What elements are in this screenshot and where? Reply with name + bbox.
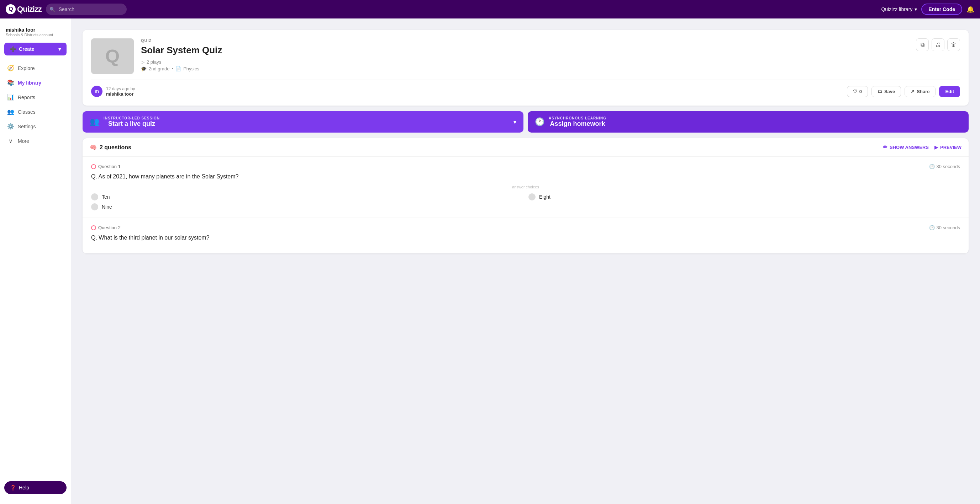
questions-count: 🧠 2 questions [90, 144, 131, 151]
question-2-header: Question 2 🕐 30 seconds [91, 225, 960, 230]
live-title: Start a live quiz [103, 120, 160, 128]
settings-icon: ⚙️ [7, 123, 14, 130]
question-item-2: Question 2 🕐 30 seconds Q. What is the t… [83, 218, 969, 254]
logo-q-icon: Q [6, 4, 16, 14]
live-icon: 👥 [90, 117, 99, 127]
answer-choices: Ten Eight Nine [91, 193, 960, 211]
save-label: Save [884, 89, 895, 94]
show-answers-button[interactable]: 👁 SHOW ANSWERS [883, 145, 929, 150]
library-label: Quizizz library [881, 6, 912, 12]
author-name: mishika toor [106, 91, 135, 97]
search-input[interactable] [46, 3, 127, 15]
share-icon: ↗ [911, 89, 915, 94]
classes-icon: 👥 [7, 108, 14, 115]
library-icon: 📚 [7, 79, 14, 86]
questions-count-label: 2 questions [100, 144, 131, 151]
save-icon: 🗂 [878, 89, 882, 94]
save-button[interactable]: 🗂 Save [872, 86, 901, 97]
session-buttons: 👥 INSTRUCTOR-LED SESSION Start a live qu… [83, 111, 969, 133]
grade-icon: 🎓 [141, 66, 146, 71]
top-nav: Q Quizizz Quizizz library ▾ Enter Code 🔔 [0, 0, 980, 19]
user-subtitle: Schools & Districts account [6, 33, 65, 37]
quiz-info: QUIZ Solar System Quiz ▷ 2 plays 🎓 2nd g… [141, 38, 909, 74]
divider-line [91, 187, 509, 187]
sidebar-item-explore[interactable]: 🧭 Explore [2, 61, 69, 75]
clock-icon: 🕐 [929, 225, 935, 230]
choice-circle-icon [528, 193, 536, 200]
questions-header-actions: 👁 SHOW ANSWERS ▶ PREVIEW [883, 145, 961, 150]
quiz-badge: QUIZ [141, 38, 909, 43]
sidebar-item-label: More [18, 138, 29, 144]
enter-code-button[interactable]: Enter Code [921, 3, 962, 15]
user-name: mishika toor [6, 27, 65, 33]
question-1-text: Q. As of 2021, how many planets are in t… [91, 173, 960, 180]
like-button[interactable]: ♡ 0 [847, 86, 868, 97]
chevron-down-icon: ▾ [915, 6, 917, 12]
choice-3-label: Nine [102, 204, 112, 210]
print-button[interactable]: 🖨 [932, 38, 944, 51]
sidebar-item-library[interactable]: 📚 My library [2, 76, 69, 90]
clock-icon: 🕐 [535, 117, 544, 127]
quiz-actions: ♡ 0 🗂 Save ↗ Share Edit [847, 86, 960, 97]
quiz-title: Solar System Quiz [141, 45, 909, 56]
quiz-thumb-letter: Q [105, 46, 119, 67]
main-content: Q QUIZ Solar System Quiz ▷ 2 plays 🎓 2nd… [71, 19, 980, 504]
delete-button[interactable]: 🗑 [947, 38, 960, 51]
help-icon: ❓ [10, 485, 16, 490]
sidebar-item-classes[interactable]: 👥 Classes [2, 105, 69, 119]
author-days-ago: 12 days ago by [106, 86, 135, 91]
live-quiz-button[interactable]: 👥 INSTRUCTOR-LED SESSION Start a live qu… [83, 111, 523, 133]
sidebar-item-reports[interactable]: 📊 Reports [2, 90, 69, 104]
live-type-label: INSTRUCTOR-LED SESSION [103, 116, 160, 120]
question-2-number: Question 2 [91, 225, 121, 230]
library-button[interactable]: Quizizz library ▾ [881, 6, 917, 12]
quiz-grade: 2nd grade [149, 66, 170, 71]
preview-button[interactable]: ▶ PREVIEW [934, 145, 961, 150]
plus-icon: ➕ [10, 46, 16, 52]
search-wrapper [46, 3, 259, 15]
share-button[interactable]: ↗ Share [905, 86, 935, 97]
help-button[interactable]: ❓ Help [4, 481, 67, 494]
duplicate-button[interactable]: ⧉ [916, 38, 929, 51]
question-2-time: 🕐 30 seconds [929, 225, 961, 230]
sidebar-item-settings[interactable]: ⚙️ Settings [2, 119, 69, 133]
brain-icon: 🧠 [90, 144, 97, 151]
choice-2: Eight [528, 193, 960, 200]
play-icon: ▶ [934, 145, 938, 150]
quiz-subject: Physics [183, 66, 199, 71]
question-item-1: Question 1 🕐 30 seconds Q. As of 2021, h… [83, 157, 969, 218]
choice-2-label: Eight [539, 194, 550, 200]
layout: mishika toor Schools & Districts account… [0, 19, 980, 504]
chevron-down-icon: ∨ [7, 138, 14, 144]
choice-circle-icon [91, 203, 98, 211]
question-1-label: Question 1 [98, 164, 121, 169]
author-avatar: m [91, 86, 102, 97]
choice-1-label: Ten [102, 194, 110, 200]
help-label: Help [19, 485, 29, 490]
logo-text: Quizizz [17, 5, 41, 14]
heart-icon: ♡ [853, 89, 857, 94]
share-label: Share [917, 89, 929, 94]
play-icon: ▷ [141, 59, 145, 65]
sidebar-item-label: Reports [18, 95, 35, 100]
reports-icon: 📊 [7, 94, 14, 101]
question-2-text: Q. What is the third planet in our solar… [91, 235, 960, 241]
user-info: mishika toor Schools & Districts account [0, 24, 71, 43]
hw-title: Assign homework [549, 120, 606, 128]
subject-icon: 📄 [175, 66, 181, 71]
chevron-down-icon: ▾ [58, 46, 61, 52]
create-button[interactable]: ➕ Create ▾ [4, 43, 67, 55]
show-answers-label: SHOW ANSWERS [889, 145, 929, 150]
question-2-label: Question 2 [98, 225, 121, 230]
logo: Q Quizizz [6, 4, 41, 14]
quiz-header: Q QUIZ Solar System Quiz ▷ 2 plays 🎓 2nd… [91, 38, 960, 74]
question-type-icon [91, 164, 96, 169]
choice-1: Ten [91, 193, 523, 200]
bell-icon[interactable]: 🔔 [966, 5, 974, 13]
sidebar-item-label: Classes [18, 109, 36, 115]
homework-button[interactable]: 🕐 ASYNCHRONOUS LEARNING Assign homework [528, 111, 969, 133]
time-value: 30 seconds [937, 164, 961, 169]
sidebar-item-label: Settings [18, 124, 36, 129]
edit-button[interactable]: Edit [939, 86, 960, 97]
sidebar-item-more[interactable]: ∨ More [2, 134, 69, 148]
